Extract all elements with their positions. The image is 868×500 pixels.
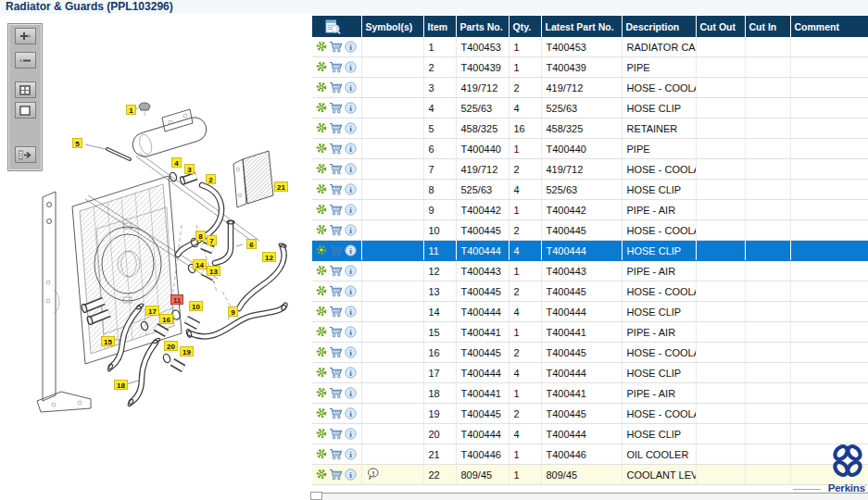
cart-icon[interactable]	[329, 428, 343, 442]
gear-icon[interactable]	[316, 183, 327, 196]
gear-icon[interactable]	[316, 306, 327, 319]
callout-15[interactable]: 15	[101, 336, 115, 346]
table-row[interactable]: i1T4004531T400453RADIATOR CAP	[312, 37, 868, 57]
gear-icon[interactable]	[316, 346, 327, 359]
table-row[interactable]: i20T4004444T400444HOSE CLIP	[312, 424, 868, 444]
callout-20[interactable]: 20	[164, 341, 178, 351]
gear-icon[interactable]	[316, 204, 327, 217]
cart-icon[interactable]	[329, 81, 343, 95]
callout-7[interactable]: 7	[207, 235, 217, 245]
table-row[interactable]: i16T4004452T400445HOSE - COOLANT	[312, 343, 868, 363]
zoom-in-button[interactable]	[15, 28, 36, 44]
cart-icon[interactable]	[329, 469, 343, 482]
column-header-cut_out[interactable]: Cut Out	[696, 16, 745, 37]
info-icon[interactable]: i	[345, 163, 357, 177]
callout-21[interactable]: 21	[274, 181, 288, 192]
callout-2[interactable]: 2	[206, 174, 216, 184]
info-icon[interactable]: i	[345, 204, 357, 218]
cart-icon[interactable]	[329, 163, 343, 177]
table-row[interactable]: i14T4004444T400444HOSE CLIP	[312, 302, 868, 322]
callout-5[interactable]: 5	[72, 138, 82, 148]
table-row[interactable]: i13T4004452T400445HOSE - COOLANT	[312, 281, 868, 302]
full-view-button[interactable]	[15, 102, 36, 119]
column-header-actions[interactable]	[312, 16, 361, 37]
cart-icon[interactable]	[329, 204, 343, 218]
info-icon[interactable]: i	[345, 81, 357, 95]
toggle-panel-button[interactable]	[15, 146, 36, 163]
info-icon[interactable]: i	[345, 407, 357, 421]
info-icon[interactable]: i	[345, 244, 357, 258]
gear-icon[interactable]	[316, 244, 327, 257]
gear-icon[interactable]	[316, 326, 327, 339]
table-row[interactable]: i4525/634525/63HOSE CLIP	[312, 98, 868, 119]
callout-1[interactable]: 1	[126, 105, 136, 115]
callout-10[interactable]: 10	[189, 301, 203, 311]
info-icon[interactable]: i	[345, 367, 357, 381]
column-header-qty[interactable]: Qty.	[509, 16, 541, 37]
table-row[interactable]: i21T4004461T400446OIL COOLER	[312, 444, 868, 465]
info-icon[interactable]: i	[345, 285, 357, 299]
gear-icon[interactable]	[316, 265, 327, 278]
info-icon[interactable]: i	[345, 469, 357, 482]
callout-8[interactable]: 8	[195, 231, 206, 241]
column-header-symbol[interactable]: Symbol(s)	[361, 16, 423, 37]
column-header-cut_in[interactable]: Cut In	[745, 16, 790, 37]
info-icon[interactable]: i	[345, 346, 357, 360]
gear-icon[interactable]	[316, 143, 327, 156]
table-row[interactable]: i11T4004444T400444HOSE CLIP	[312, 241, 868, 261]
table-row[interactable]: i7419/7122419/712HOSE - COOLANT	[312, 159, 868, 180]
table-row[interactable]: i3419/7122419/712HOSE - COOLANT	[312, 78, 868, 98]
table-row[interactable]: i6T4004401T400440PIPE	[312, 139, 868, 159]
gear-icon[interactable]	[316, 163, 327, 176]
info-icon[interactable]: i	[345, 102, 357, 116]
cart-icon[interactable]	[329, 61, 343, 75]
info-icon[interactable]: i	[345, 61, 357, 75]
table-row[interactable]: i19T4004452T400445HOSE - COOLANT	[312, 404, 868, 424]
info-icon[interactable]: i	[345, 387, 357, 401]
cart-icon[interactable]	[329, 326, 343, 340]
cart-icon[interactable]	[329, 387, 343, 401]
table-row[interactable]: i15T4004411T400441PIPE - AIR	[312, 322, 868, 343]
info-icon[interactable]: i	[345, 41, 357, 55]
cart-icon[interactable]	[329, 41, 343, 55]
column-header-parts_no[interactable]: Parts No.	[456, 16, 509, 37]
cart-icon[interactable]	[329, 143, 343, 156]
info-icon[interactable]: i	[345, 306, 357, 319]
info-icon[interactable]: i	[345, 265, 357, 279]
column-header-comment[interactable]: Comment	[790, 16, 868, 37]
callout-18[interactable]: 18	[114, 380, 128, 390]
table-row[interactable]: i18T4004411T400441PIPE - AIR	[312, 383, 868, 404]
table-row[interactable]: i17T4004444T400444HOSE CLIP	[312, 363, 868, 383]
cart-icon[interactable]	[329, 285, 343, 299]
gear-icon[interactable]	[316, 367, 327, 380]
fit-view-button[interactable]	[15, 81, 36, 98]
cart-icon[interactable]	[329, 448, 343, 462]
callout-11[interactable]: 11	[170, 294, 183, 305]
scrollbar-left-button[interactable]	[310, 492, 322, 500]
callout-19[interactable]: 19	[180, 346, 194, 356]
info-icon[interactable]: i	[345, 183, 357, 197]
gear-icon[interactable]	[316, 469, 327, 481]
info-icon[interactable]: i	[345, 448, 357, 462]
gear-icon[interactable]	[316, 448, 327, 461]
cart-icon[interactable]	[329, 224, 343, 238]
callout-4[interactable]: 4	[171, 157, 182, 168]
gear-icon[interactable]	[316, 102, 327, 115]
gear-icon[interactable]	[316, 122, 327, 135]
zoom-out-button[interactable]	[15, 52, 36, 69]
info-icon[interactable]: i	[345, 224, 357, 238]
cart-icon[interactable]	[329, 122, 343, 136]
gear-icon[interactable]	[316, 41, 327, 54]
table-row[interactable]: i10T4004452T400445HOSE - COOLANT	[312, 220, 868, 241]
column-header-description[interactable]: Description	[622, 16, 696, 37]
cart-icon[interactable]	[329, 367, 343, 381]
callout-14[interactable]: 14	[193, 259, 207, 269]
callout-13[interactable]: 13	[207, 266, 220, 276]
gear-icon[interactable]	[316, 81, 327, 94]
gear-icon[interactable]	[316, 285, 327, 298]
horizontal-scrollbar[interactable]	[310, 493, 868, 500]
callout-9[interactable]: 9	[228, 306, 238, 317]
cart-icon[interactable]	[329, 407, 343, 421]
cart-icon[interactable]	[329, 265, 343, 279]
callout-17[interactable]: 17	[145, 306, 159, 316]
